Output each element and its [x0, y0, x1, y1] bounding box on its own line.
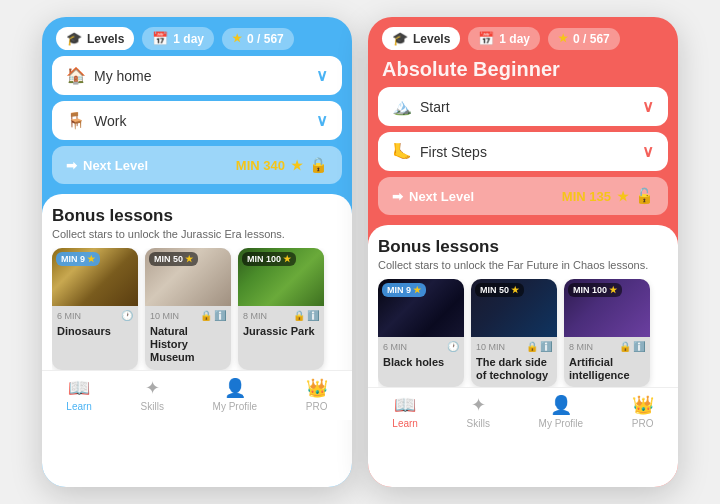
bonus-card-jurassic[interactable]: MIN 100 ★ 8 MIN 🔒 ℹ️ Jurassic Park — [238, 248, 324, 370]
right-stars-pill[interactable]: ★ 0 / 567 — [548, 28, 620, 50]
star-badge-icon-r: ★ — [617, 189, 629, 204]
left-next-level-left: ➡ Next Level — [66, 158, 148, 173]
right-lesson-rows: 🏔️ Start ∨ 🦶 First Steps ∨ — [368, 87, 678, 171]
museum-time: 10 MIN — [150, 311, 179, 321]
lock-icon: 🔒 — [309, 156, 328, 174]
jurassic-min-tag: MIN 100 ★ — [242, 252, 296, 266]
right-next-level-row[interactable]: ➡ Next Level MIN 135 ★ 🔓 — [378, 177, 668, 215]
right-phone-card: 🎓 Levels 📅 1 day ★ 0 / 567 Absolute Begi… — [368, 17, 678, 487]
left-next-level-wrapper: ➡ Next Level MIN 340 ★ 🔒 — [42, 146, 352, 184]
section-title: Absolute Beginner — [368, 56, 678, 87]
nav-skills-label: Skills — [141, 401, 164, 412]
right-next-level-wrapper: ➡ Next Level MIN 135 ★ 🔓 — [368, 177, 678, 215]
chevron-work: ∨ — [316, 111, 328, 130]
museum-icons: 🔒 ℹ️ — [200, 310, 226, 321]
r-nav-pro[interactable]: 👑 PRO — [632, 394, 654, 429]
nav-learn-label: Learn — [66, 401, 92, 412]
blackhole-min-tag: MIN 9 ★ — [382, 283, 426, 297]
blackhole-card-bottom: 6 MIN 🕐 — [378, 337, 464, 356]
left-bonus-title: Bonus lessons — [52, 206, 342, 226]
left-bottom-nav: 📖 Learn ✦ Skills 👤 My Profile 👑 PRO — [42, 370, 352, 420]
dinosaurs-img: MIN 9 ★ — [52, 248, 138, 306]
right-levels-label: Levels — [413, 32, 450, 46]
chevron-start: ∨ — [642, 97, 654, 116]
lesson-row-myhome[interactable]: 🏠 My home ∨ — [52, 56, 342, 95]
dinosaurs-card-bottom: 6 MIN 🕐 — [52, 306, 138, 325]
tech-card-bottom: 10 MIN 🔒 ℹ️ — [471, 337, 557, 356]
lesson-row-myhome-left: 🏠 My home — [66, 66, 152, 85]
ai-name: Artificial intelligence — [564, 356, 650, 387]
bonus-card-tech[interactable]: MIN 50 ★ 10 MIN 🔒 ℹ️ The dark side of te… — [471, 279, 557, 387]
jurassic-name: Jurassic Park — [238, 325, 324, 343]
calendar-icon: 📅 — [152, 31, 168, 46]
lesson-row-firststeps[interactable]: 🦶 First Steps ∨ — [378, 132, 668, 171]
blackhole-img: MIN 9 ★ — [378, 279, 464, 337]
start-icon: 🏔️ — [392, 97, 412, 116]
ai-icons: 🔒 ℹ️ — [619, 341, 645, 352]
jurassic-img: MIN 100 ★ — [238, 248, 324, 306]
nav-pro[interactable]: 👑 PRO — [306, 377, 328, 412]
nav-learn[interactable]: 📖 Learn — [66, 377, 92, 412]
chevron-firststeps: ∨ — [642, 142, 654, 161]
bonus-card-blackholes[interactable]: MIN 9 ★ 6 MIN 🕐 Black holes — [378, 279, 464, 387]
left-levels-pill[interactable]: 🎓 Levels — [56, 27, 134, 50]
r-nav-profile[interactable]: 👤 My Profile — [539, 394, 583, 429]
right-stars-label: 0 / 567 — [573, 32, 610, 46]
levels-icon-r: 🎓 — [392, 31, 408, 46]
right-bonus-section: Bonus lessons Collect stars to unlock th… — [368, 225, 678, 487]
lesson-row-start-label: Start — [420, 99, 450, 115]
left-bonus-cards: MIN 9 ★ 6 MIN 🕐 Dinosaurs MIN 50 ★ — [52, 248, 342, 370]
left-bonus-section: Bonus lessons Collect stars to unlock th… — [42, 194, 352, 487]
left-next-level-label: Next Level — [83, 158, 148, 173]
museum-name: Natural History Museum — [145, 325, 231, 370]
right-days-pill[interactable]: 📅 1 day — [468, 27, 540, 50]
r-nav-learn-label: Learn — [392, 418, 418, 429]
lock-icon2: 🔒 — [200, 310, 212, 321]
right-next-level-label: Next Level — [409, 189, 474, 204]
ai-card-bottom: 8 MIN 🔒 ℹ️ — [564, 337, 650, 356]
blackhole-time: 6 MIN — [383, 342, 407, 352]
left-min-badge: MIN 340 — [236, 158, 285, 173]
nav-skills[interactable]: ✦ Skills — [141, 377, 164, 412]
jurassic-time: 8 MIN — [243, 311, 267, 321]
left-phone-card: 🎓 Levels 📅 1 day ★ 0 / 567 🏠 My home ∨ 🪑… — [42, 17, 352, 487]
right-next-level-right: MIN 135 ★ 🔓 — [562, 187, 654, 205]
star-icon: ★ — [232, 32, 242, 45]
ai-time: 8 MIN — [569, 342, 593, 352]
next-level-arrow-icon-r: ➡ — [392, 189, 403, 204]
left-days-pill[interactable]: 📅 1 day — [142, 27, 214, 50]
left-next-level-row[interactable]: ➡ Next Level MIN 340 ★ 🔒 — [52, 146, 342, 184]
right-days-label: 1 day — [499, 32, 530, 46]
r-nav-learn[interactable]: 📖 Learn — [392, 394, 418, 429]
learn-icon: 📖 — [68, 377, 90, 399]
r-profile-icon: 👤 — [550, 394, 572, 416]
info-icon2: ℹ️ — [307, 310, 319, 321]
r-nav-skills[interactable]: ✦ Skills — [467, 394, 490, 429]
info-icon-tech: ℹ️ — [540, 341, 552, 352]
clock-icon-bh: 🕐 — [447, 341, 459, 352]
nav-pro-label: PRO — [306, 401, 328, 412]
ai-img: MIN 100 ★ — [564, 279, 650, 337]
left-levels-label: Levels — [87, 32, 124, 46]
lesson-row-work-label: Work — [94, 113, 126, 129]
dinosaurs-min-tag: MIN 9 ★ — [56, 252, 100, 266]
lesson-row-start[interactable]: 🏔️ Start ∨ — [378, 87, 668, 126]
firststeps-icon: 🦶 — [392, 142, 412, 161]
right-bonus-title: Bonus lessons — [378, 237, 668, 257]
right-levels-pill[interactable]: 🎓 Levels — [382, 27, 460, 50]
bonus-card-ai[interactable]: MIN 100 ★ 8 MIN 🔒 ℹ️ Artificial intellig… — [564, 279, 650, 387]
next-level-arrow-icon: ➡ — [66, 158, 77, 173]
pro-icon: 👑 — [306, 377, 328, 399]
lock-icon3: 🔒 — [293, 310, 305, 321]
tech-min-tag: MIN 50 ★ — [475, 283, 524, 297]
unlock-icon: 🔓 — [635, 187, 654, 205]
nav-profile[interactable]: 👤 My Profile — [213, 377, 257, 412]
left-stars-pill[interactable]: ★ 0 / 567 — [222, 28, 294, 50]
r-learn-icon: 📖 — [394, 394, 416, 416]
bonus-card-museum[interactable]: MIN 50 ★ 10 MIN 🔒 ℹ️ Natural History Mus… — [145, 248, 231, 370]
lesson-row-start-left: 🏔️ Start — [392, 97, 450, 116]
lesson-row-work[interactable]: 🪑 Work ∨ — [52, 101, 342, 140]
lesson-row-firststeps-left: 🦶 First Steps — [392, 142, 487, 161]
bonus-card-dinosaurs[interactable]: MIN 9 ★ 6 MIN 🕐 Dinosaurs — [52, 248, 138, 370]
jurassic-card-bottom: 8 MIN 🔒 ℹ️ — [238, 306, 324, 325]
